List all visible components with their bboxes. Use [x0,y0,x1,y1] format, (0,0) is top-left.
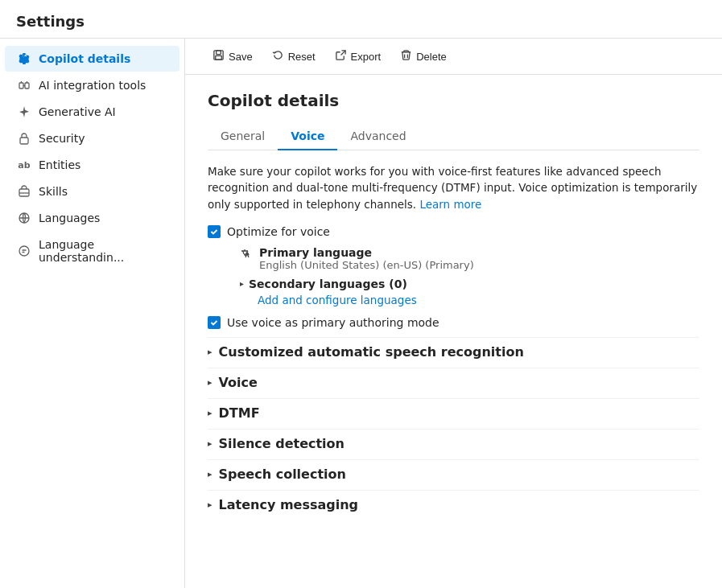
use-voice-label: Use voice as primary authoring mode [227,316,439,329]
section-speech-collection: ▸ Speech collection [208,459,699,488]
reset-button[interactable]: Reset [264,45,324,68]
chevron-right-icon: ▸ [208,408,212,418]
reset-icon [272,49,284,64]
primary-language-section: Primary language English (United States)… [240,246,699,306]
svg-rect-1 [25,83,29,88]
svg-rect-11 [217,51,221,55]
chevron-right-icon: ▸ [208,469,212,479]
voice-description: Make sure your copilot works for you wit… [208,163,699,212]
section-voice-title: Voice [219,375,258,390]
tab-voice[interactable]: Voice [278,123,337,150]
chevron-right-icon: ▸ [208,438,212,449]
save-label: Save [229,51,253,63]
optimize-voice-row: Optimize for voice [208,225,699,238]
section-latency-header[interactable]: ▸ Latency messaging [208,490,699,519]
sidebar-item-entities[interactable]: ab Entities [5,152,179,178]
language-icon [240,248,253,263]
secondary-languages-label: Secondary languages (0) [249,278,407,290]
sidebar-item-copilot-details[interactable]: Copilot details [5,46,179,72]
tab-general[interactable]: General [208,123,278,150]
use-voice-checkbox[interactable] [208,316,221,329]
briefcase-icon [18,185,31,198]
section-dtmf-title: DTMF [219,405,260,421]
sidebar-item-languages[interactable]: Languages [5,205,179,231]
delete-button[interactable]: Delete [392,45,455,68]
use-voice-row: Use voice as primary authoring mode [208,316,699,329]
chevron-right-icon: ▸ [240,279,244,288]
add-configure-languages-link[interactable]: Add and configure languages [258,294,699,306]
sidebar-item-label: Skills [39,185,68,198]
learn-more-link[interactable]: Learn more [419,198,481,211]
optimize-voice-label: Optimize for voice [227,225,330,238]
gear-icon [18,52,31,65]
sparkle-icon [18,105,31,118]
content-area: Save Reset [185,39,722,588]
section-latency: ▸ Latency messaging [208,490,699,519]
sidebar-item-skills[interactable]: Skills [5,179,179,204]
section-speech-title: Speech collection [219,467,346,482]
sidebar: Copilot details AI integration tools [0,39,185,588]
main-layout: Copilot details AI integration tools [0,39,722,588]
sidebar-item-label: Security [39,132,85,145]
optimize-voice-checkbox[interactable] [208,225,221,238]
export-label: Export [351,51,382,63]
chevron-right-icon: ▸ [208,347,212,357]
chevron-right-icon: ▸ [208,377,212,388]
save-button[interactable]: Save [204,45,261,68]
sidebar-item-label: Entities [39,158,80,171]
export-button[interactable]: Export [327,45,390,68]
toolbar: Save Reset [185,39,722,75]
section-custom-asr-title: Customized automatic speech recognition [219,344,524,360]
sidebar-item-label: Language understandin... [39,238,167,264]
sidebar-item-label: Languages [39,212,100,224]
section-custom-asr-header[interactable]: ▸ Customized automatic speech recognitio… [208,337,699,366]
primary-language-value: English (United States) (en-US) (Primary… [259,259,474,271]
section-voice: ▸ Voice [208,368,699,397]
content-inner: Copilot details General Voice Advanced M… [185,75,722,588]
section-silence-title: Silence detection [219,436,344,451]
language-info: Primary language English (United States)… [259,246,474,271]
collapsible-sections: ▸ Customized automatic speech recognitio… [208,337,699,519]
section-custom-asr: ▸ Customized automatic speech recognitio… [208,337,699,366]
app-title: Settings [16,13,706,30]
sidebar-item-generative-ai[interactable]: Generative AI [5,99,179,125]
reset-label: Reset [288,51,316,63]
primary-language-title: Primary language [259,246,474,259]
top-bar: Settings [0,0,722,39]
section-silence-detection: ▸ Silence detection [208,429,699,458]
section-speech-header[interactable]: ▸ Speech collection [208,459,699,488]
svg-rect-12 [216,56,222,60]
section-silence-header[interactable]: ▸ Silence detection [208,429,699,458]
section-latency-title: Latency messaging [219,497,359,512]
tab-advanced[interactable]: Advanced [337,123,419,150]
sidebar-item-label: AI integration tools [39,79,146,92]
svg-point-9 [19,246,29,256]
plugin-icon [18,79,31,92]
section-voice-header[interactable]: ▸ Voice [208,368,699,397]
lock-icon [18,132,31,145]
export-icon [335,49,347,64]
sidebar-item-language-understanding[interactable]: Language understandin... [5,232,179,270]
section-dtmf-header[interactable]: ▸ DTMF [208,398,699,427]
ab-icon: ab [18,158,31,171]
save-icon [212,49,225,64]
primary-language-row: Primary language English (United States)… [240,246,699,271]
secondary-languages-row[interactable]: ▸ Secondary languages (0) [240,278,699,290]
delete-icon [400,49,412,64]
section-dtmf: ▸ DTMF [208,398,699,427]
page-title: Copilot details [208,91,699,110]
svg-rect-5 [20,138,28,144]
sidebar-item-label: Copilot details [39,52,130,65]
globe-icon [18,212,31,224]
sidebar-item-ai-integration[interactable]: AI integration tools [5,72,179,98]
sidebar-item-security[interactable]: Security [5,125,179,151]
delete-label: Delete [416,51,447,63]
tabs: General Voice Advanced [208,123,699,150]
chat-icon [18,245,31,257]
chevron-right-icon: ▸ [208,500,212,510]
svg-rect-0 [19,83,23,88]
sidebar-item-label: Generative AI [39,105,116,118]
